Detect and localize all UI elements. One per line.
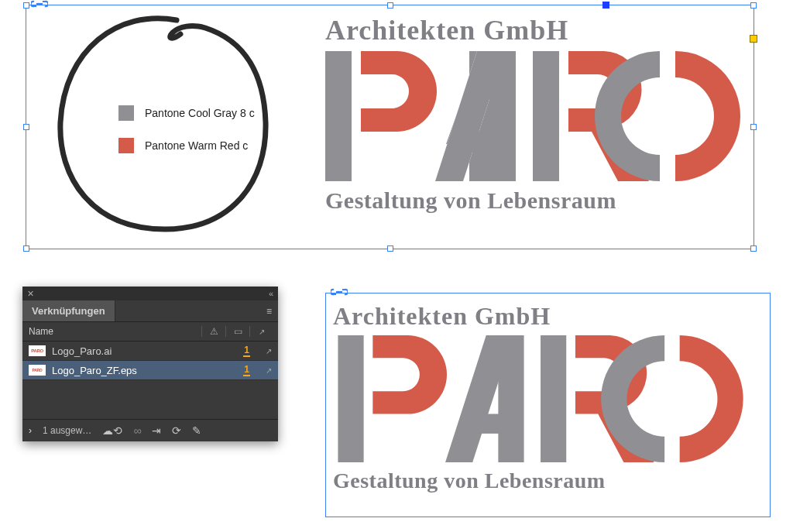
goto-link-footer-icon[interactable]: ⇥: [152, 424, 161, 437]
logo-bottom: Architekten GmbH Gestaltung von Lebensra…: [333, 302, 763, 493]
svg-rect-1: [325, 51, 352, 181]
legend-label-gray: Pantone Cool Gray 8 c: [145, 107, 255, 119]
link-thumb: PARO: [29, 345, 46, 356]
link-count: 1: [243, 345, 250, 357]
logo-line1-top: Architekten GmbH: [325, 14, 759, 46]
selection-status: 1 ausgew…: [43, 425, 91, 436]
logo-line2-top: Gestaltung von Lebensraum: [325, 187, 759, 214]
column-alert-icon[interactable]: ⚠: [204, 326, 224, 337]
svg-rect-16: [541, 335, 566, 462]
goto-link-icon[interactable]: ↗: [266, 347, 272, 355]
edit-original-icon[interactable]: ✎: [192, 424, 201, 437]
svg-rect-9: [489, 51, 516, 181]
logo-top: Architekten GmbH: [325, 14, 759, 214]
column-page-icon[interactable]: ▭: [228, 326, 248, 337]
link-thumb: PARO: [29, 365, 46, 376]
svg-rect-14: [498, 335, 524, 462]
color-legend: Pantone Cool Gray 8 c Pantone Warm Red c: [118, 105, 255, 170]
link-name: Logo_Paro_ZF.eps: [52, 365, 237, 376]
panel-titlebar[interactable]: ✕ «: [22, 287, 278, 300]
tab-links[interactable]: Verknüpfungen: [22, 300, 115, 321]
close-icon[interactable]: ✕: [27, 289, 34, 299]
update-link-icon[interactable]: ⟳: [172, 424, 181, 437]
column-name[interactable]: Name: [29, 326, 200, 337]
logo-line2-bottom: Gestaltung von Lebensraum: [333, 469, 763, 493]
legend-row-gray: Pantone Cool Gray 8 c: [118, 105, 255, 121]
logo-line1-bottom: Architekten GmbH: [333, 302, 763, 331]
svg-rect-6: [533, 51, 559, 181]
expand-icon[interactable]: ›: [29, 425, 32, 436]
links-panel: ✕ « Verknüpfungen ≡ Name ⚠ ▭ ↗ PARO Logo…: [22, 287, 278, 441]
link-name: Logo_Paro.ai: [52, 345, 237, 357]
link-row-ai[interactable]: PARO Logo_Paro.ai 1 ↗: [22, 342, 278, 361]
collapse-icon[interactable]: «: [269, 289, 273, 298]
swatch-gray: [118, 105, 134, 121]
svg-rect-12: [338, 335, 363, 462]
relink-icon[interactable]: ∞: [133, 424, 141, 437]
svg-rect-15: [469, 414, 503, 434]
legend-row-red: Pantone Warm Red c: [118, 138, 255, 153]
link-count: 1: [243, 364, 250, 376]
svg-rect-10: [460, 132, 494, 152]
panel-tabrow: Verknüpfungen ≡: [22, 300, 278, 322]
panel-menu-icon[interactable]: ≡: [260, 303, 278, 320]
panel-footer: › 1 ausgew… ☁⟲ ∞ ⇥ ⟳ ✎: [22, 419, 278, 441]
link-icon: [331, 286, 348, 295]
swatch-red: [118, 138, 134, 153]
panel-columns-header: Name ⚠ ▭ ↗: [22, 322, 278, 342]
paro-wordmark-bottom: [333, 335, 763, 462]
paro-wordmark-top: [325, 51, 759, 181]
goto-link-icon[interactable]: ↗: [266, 366, 272, 375]
relink-cc-icon[interactable]: ☁⟲: [102, 424, 122, 437]
link-row-eps[interactable]: PARO Logo_Paro_ZF.eps 1 ↗: [22, 361, 278, 380]
legend-label-red: Pantone Warm Red c: [145, 139, 248, 152]
column-goto-icon[interactable]: ↗: [252, 328, 272, 336]
panel-empty-area: [22, 380, 278, 419]
